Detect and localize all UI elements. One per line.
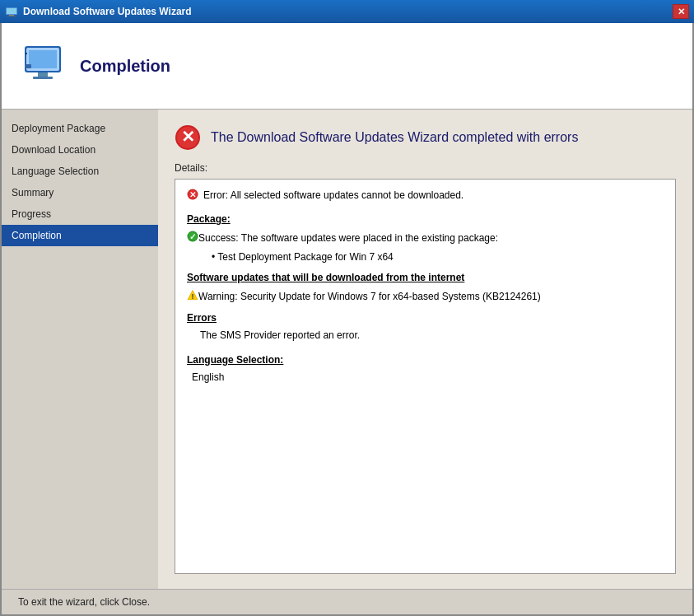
svg-text:✓: ✓ bbox=[189, 232, 196, 241]
main-window: Completion Deployment Package Download L… bbox=[0, 23, 694, 616]
detail-success-row: ✓ Success: The software updates were pla… bbox=[187, 231, 664, 247]
success-line-text: Success: The software updates were place… bbox=[198, 231, 498, 246]
svg-rect-1 bbox=[7, 8, 16, 14]
detail-warning-row: ! Warning: Security Update for Windows 7… bbox=[187, 289, 664, 306]
small-success-icon: ✓ bbox=[187, 231, 198, 247]
warning-line-text: Warning: Security Update for Windows 7 f… bbox=[198, 289, 541, 305]
content-area: ✕ The Download Software Updates Wizard c… bbox=[158, 110, 692, 589]
sidebar-item-progress[interactable]: Progress bbox=[2, 203, 158, 225]
svg-text:!: ! bbox=[192, 292, 194, 300]
close-button[interactable]: ✕ bbox=[673, 4, 689, 19]
error-icon-large: ✕ bbox=[175, 124, 201, 151]
sidebar-item-summary[interactable]: Summary bbox=[2, 182, 158, 203]
svg-text:✕: ✕ bbox=[181, 128, 195, 146]
package-title: Package: bbox=[187, 212, 664, 227]
errors-title: Errors bbox=[187, 312, 217, 324]
sidebar-item-deployment-package[interactable]: Deployment Package bbox=[2, 118, 158, 139]
footer: To exit the wizard, click Close. bbox=[2, 589, 692, 614]
error-heading: ✕ The Download Software Updates Wizard c… bbox=[175, 124, 676, 151]
error-line-text: Error: All selected software updates can… bbox=[203, 188, 463, 203]
details-label: Details: bbox=[175, 162, 676, 174]
errors-line-text: The SMS Provider reported an error. bbox=[200, 329, 360, 341]
internet-title: Software updates that will be downloaded… bbox=[187, 270, 664, 286]
header-area: Completion bbox=[2, 23, 692, 110]
details-box[interactable]: ✕ Error: All selected software updates c… bbox=[175, 179, 676, 574]
small-error-icon: ✕ bbox=[187, 189, 198, 205]
lang-value-text: English bbox=[192, 371, 224, 383]
title-bar-text: Download Software Updates Wizard bbox=[23, 6, 673, 17]
footer-text: To exit the wizard, click Close. bbox=[18, 596, 150, 608]
svg-rect-6 bbox=[29, 50, 57, 68]
small-warning-icon: ! bbox=[187, 289, 198, 306]
detail-error-row: ✕ Error: All selected software updates c… bbox=[187, 188, 664, 205]
sidebar-item-completion[interactable]: Completion bbox=[2, 225, 158, 246]
svg-rect-10 bbox=[25, 53, 27, 54]
title-bar: Download Software Updates Wizard ✕ bbox=[0, 0, 694, 23]
app-icon bbox=[5, 5, 18, 18]
body-area: Deployment Package Download Location Lan… bbox=[2, 110, 692, 589]
svg-rect-3 bbox=[7, 16, 16, 16]
lang-title: Language Selection: bbox=[187, 354, 283, 366]
header-title: Completion bbox=[80, 57, 170, 76]
sidebar-item-download-location[interactable]: Download Location bbox=[2, 139, 158, 161]
sidebar-item-language-selection[interactable]: Language Selection bbox=[2, 161, 158, 182]
svg-text:✕: ✕ bbox=[189, 190, 196, 199]
svg-rect-8 bbox=[33, 77, 53, 79]
error-heading-text: The Download Software Updates Wizard com… bbox=[211, 130, 578, 145]
bullet-item: • Test Deployment Package for Win 7 x64 bbox=[212, 250, 664, 265]
sidebar: Deployment Package Download Location Lan… bbox=[2, 110, 158, 589]
computer-icon bbox=[18, 41, 68, 91]
svg-rect-9 bbox=[25, 64, 31, 68]
